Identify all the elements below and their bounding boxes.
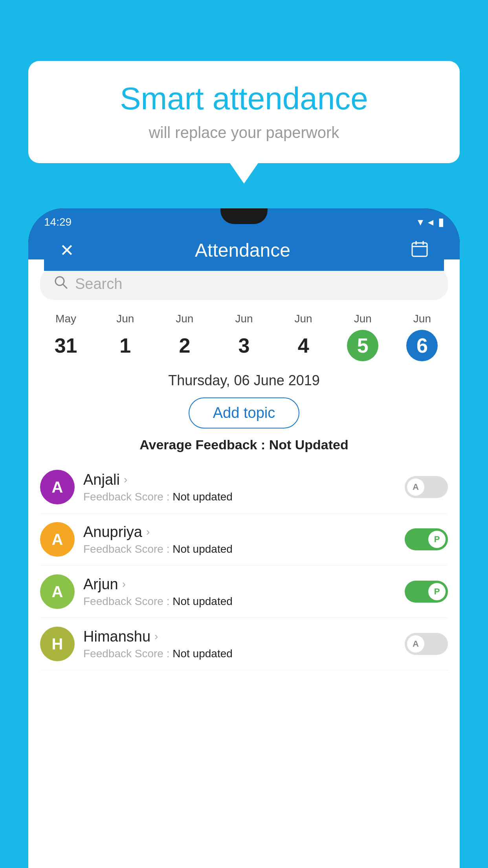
student-name: Himanshu › bbox=[83, 628, 396, 645]
app-bar-title: Attendance bbox=[195, 239, 290, 261]
student-name: Arjun › bbox=[83, 576, 396, 593]
svg-rect-0 bbox=[412, 243, 427, 256]
calendar-day[interactable]: Jun6 bbox=[393, 313, 452, 361]
student-info: Anupriya ›Feedback Score : Not updated bbox=[83, 524, 396, 555]
avatar: H bbox=[40, 627, 75, 661]
calendar-strip: May31Jun1Jun2Jun3Jun4Jun5Jun6 bbox=[28, 309, 460, 365]
add-topic-button[interactable]: Add topic bbox=[189, 397, 299, 428]
cal-month-label: Jun bbox=[333, 313, 393, 325]
student-info: Himanshu ›Feedback Score : Not updated bbox=[83, 628, 396, 660]
calendar-day[interactable]: May31 bbox=[36, 313, 95, 361]
signal-icon: ◂ bbox=[428, 215, 433, 228]
cal-month-label: Jun bbox=[393, 313, 452, 325]
chevron-right-icon: › bbox=[122, 578, 126, 590]
app-bar: ✕ Attendance bbox=[44, 232, 444, 271]
svg-line-5 bbox=[63, 284, 67, 288]
student-info: Anjali ›Feedback Score : Not updated bbox=[83, 471, 396, 503]
feedback-value: Not updated bbox=[172, 647, 233, 660]
chevron-right-icon: › bbox=[146, 526, 150, 538]
calendar-day[interactable]: Jun3 bbox=[214, 313, 273, 361]
phone-notch bbox=[220, 208, 268, 224]
cal-month-label: Jun bbox=[155, 313, 214, 325]
toggle-knob: A bbox=[407, 478, 424, 496]
cal-date-number[interactable]: 2 bbox=[169, 330, 200, 361]
close-button[interactable]: ✕ bbox=[60, 240, 74, 260]
toggle-knob: P bbox=[428, 531, 446, 548]
calendar-day[interactable]: Jun1 bbox=[95, 313, 155, 361]
search-bar[interactable]: Search bbox=[40, 268, 448, 300]
toggle-knob: P bbox=[428, 583, 446, 600]
feedback-value: Not updated bbox=[172, 595, 233, 607]
attendance-toggle[interactable]: P bbox=[405, 581, 448, 603]
search-icon bbox=[54, 275, 68, 293]
status-icons: ▾ ◂ ▮ bbox=[418, 215, 444, 228]
search-input-placeholder: Search bbox=[75, 276, 122, 292]
attendance-toggle[interactable]: A bbox=[405, 633, 448, 655]
avatar: A bbox=[40, 574, 75, 609]
cal-date-number[interactable]: 3 bbox=[228, 330, 260, 361]
calendar-icon[interactable] bbox=[411, 240, 428, 261]
feedback-score: Feedback Score : Not updated bbox=[83, 595, 396, 608]
battery-icon: ▮ bbox=[438, 215, 444, 228]
student-item[interactable]: HHimanshu ›Feedback Score : Not updatedA bbox=[40, 618, 448, 670]
cal-date-number[interactable]: 31 bbox=[50, 330, 82, 361]
selected-date-label: Thursday, 06 June 2019 bbox=[28, 372, 460, 389]
student-info: Arjun ›Feedback Score : Not updated bbox=[83, 576, 396, 608]
feedback-score: Feedback Score : Not updated bbox=[83, 543, 396, 555]
toggle-knob: A bbox=[407, 635, 424, 653]
status-time: 14:29 bbox=[44, 216, 72, 228]
attendance-toggle[interactable]: P bbox=[405, 528, 448, 550]
calendar-day[interactable]: Jun5 bbox=[333, 313, 393, 361]
avatar: A bbox=[40, 522, 75, 557]
avg-feedback-value: Not Updated bbox=[269, 437, 349, 452]
cal-month-label: Jun bbox=[95, 313, 155, 325]
feedback-value: Not updated bbox=[172, 543, 233, 555]
feedback-value: Not updated bbox=[172, 491, 233, 503]
cal-month-label: Jun bbox=[274, 313, 333, 325]
student-name: Anjali › bbox=[83, 471, 396, 488]
cal-month-label: Jun bbox=[214, 313, 273, 325]
chevron-right-icon: › bbox=[124, 473, 127, 486]
calendar-day[interactable]: Jun4 bbox=[274, 313, 333, 361]
student-list: AAnjali ›Feedback Score : Not updatedAAA… bbox=[28, 461, 460, 670]
student-item[interactable]: AAnjali ›Feedback Score : Not updatedA bbox=[40, 461, 448, 513]
cal-date-number[interactable]: 1 bbox=[110, 330, 141, 361]
wifi-icon: ▾ bbox=[418, 215, 423, 228]
phone-top-bar: 14:29 ▾ ◂ ▮ ✕ Attendance bbox=[28, 208, 460, 259]
attendance-toggle[interactable]: A bbox=[405, 476, 448, 498]
cal-month-label: May bbox=[36, 313, 95, 325]
avg-feedback-label: Average Feedback : bbox=[139, 437, 269, 452]
phone-content: Search May31Jun1Jun2Jun3Jun4Jun5Jun6 Thu… bbox=[28, 259, 460, 868]
bubble-subtitle: will replace your paperwork bbox=[52, 124, 436, 142]
student-item[interactable]: AArjun ›Feedback Score : Not updatedP bbox=[40, 566, 448, 618]
speech-bubble: Smart attendance will replace your paper… bbox=[28, 61, 460, 163]
bubble-title: Smart attendance bbox=[52, 81, 436, 117]
phone-frame: 14:29 ▾ ◂ ▮ ✕ Attendance bbox=[28, 208, 460, 868]
student-name: Anupriya › bbox=[83, 524, 396, 541]
cal-date-number[interactable]: 4 bbox=[288, 330, 319, 361]
cal-date-number[interactable]: 6 bbox=[406, 330, 438, 361]
feedback-score: Feedback Score : Not updated bbox=[83, 647, 396, 660]
average-feedback: Average Feedback : Not Updated bbox=[28, 437, 460, 452]
avatar: A bbox=[40, 470, 75, 504]
calendar-day[interactable]: Jun2 bbox=[155, 313, 214, 361]
cal-date-number[interactable]: 5 bbox=[347, 330, 378, 361]
student-item[interactable]: AAnupriya ›Feedback Score : Not updatedP bbox=[40, 513, 448, 566]
chevron-right-icon: › bbox=[154, 630, 158, 643]
feedback-score: Feedback Score : Not updated bbox=[83, 491, 396, 503]
